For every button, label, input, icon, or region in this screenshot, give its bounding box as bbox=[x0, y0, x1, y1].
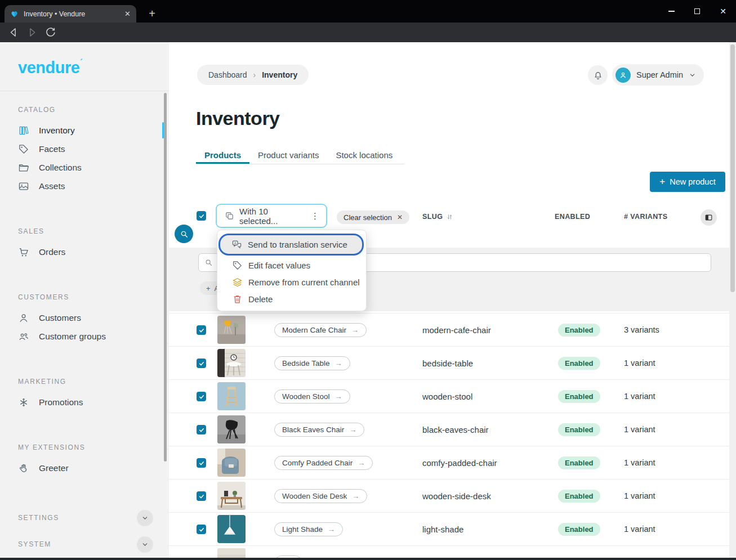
table-row[interactable]: Light Shade → light-shade Enabled 1 vari… bbox=[169, 513, 729, 546]
column-header-slug[interactable]: SLUG bbox=[422, 213, 453, 221]
menu-item-edit-facet-values[interactable]: Edit facet values bbox=[217, 257, 366, 274]
product-slug: comfy-padded-chair bbox=[422, 458, 497, 468]
variant-count: 1 variant bbox=[624, 359, 655, 368]
product-thumbnail[interactable] bbox=[217, 382, 246, 410]
sidebar-item-collections[interactable]: Collections bbox=[0, 158, 169, 177]
chevron-down-icon bbox=[689, 71, 696, 79]
product-thumbnail[interactable] bbox=[217, 449, 246, 477]
image-icon bbox=[18, 181, 29, 192]
tab-products[interactable]: Products bbox=[196, 146, 249, 164]
tab-bar: Products Product variants Stock location… bbox=[196, 146, 401, 164]
sidebar-item-customer-groups[interactable]: Customer groups bbox=[0, 327, 169, 346]
menu-item-send-to-translation[interactable]: A Send to translation service bbox=[220, 235, 362, 254]
row-checkbox[interactable] bbox=[197, 525, 206, 534]
row-checkbox[interactable] bbox=[197, 458, 206, 468]
scrollbar-thumb[interactable] bbox=[730, 44, 735, 292]
new-product-button[interactable]: + New product bbox=[650, 172, 725, 192]
back-button[interactable] bbox=[8, 26, 20, 38]
vendure-favicon-icon bbox=[10, 10, 19, 18]
kebab-menu-icon[interactable]: ⋮ bbox=[311, 211, 319, 221]
forward-button[interactable] bbox=[26, 26, 38, 38]
sidebar-item-orders[interactable]: Orders bbox=[0, 243, 169, 261]
row-checkbox[interactable] bbox=[197, 491, 206, 501]
product-slug: bedside-table bbox=[422, 359, 473, 368]
bulk-actions-menu: A Send to translation service Edit facet… bbox=[217, 230, 367, 311]
row-checkbox[interactable] bbox=[197, 392, 206, 401]
status-badge: Enabled bbox=[558, 456, 600, 469]
notifications-button[interactable] bbox=[588, 65, 608, 85]
product-thumbnail[interactable] bbox=[217, 415, 246, 443]
column-settings-button[interactable] bbox=[701, 209, 717, 226]
browser-tab[interactable]: Inventory • Vendure ✕ bbox=[5, 5, 136, 23]
window-maximize-button[interactable] bbox=[684, 0, 710, 23]
table-row[interactable]: Wooden Stool → wooden-stool Enabled 1 va… bbox=[169, 380, 729, 413]
plus-icon: + bbox=[659, 176, 665, 187]
chevron-down-icon[interactable] bbox=[137, 536, 153, 553]
sidebar-item-promotions[interactable]: Promotions bbox=[0, 393, 169, 411]
row-checkbox[interactable] bbox=[197, 325, 206, 335]
sidebar-item-inventory[interactable]: Inventory bbox=[0, 121, 169, 140]
with-selected-button[interactable]: With 10 selected... ⋮ bbox=[216, 204, 327, 228]
page-scrollbar[interactable] bbox=[729, 42, 736, 560]
menu-item-remove-from-channel[interactable]: Remove from current channel bbox=[217, 274, 366, 290]
window-minimize-button[interactable] bbox=[658, 0, 684, 23]
product-name-link[interactable]: Light Shade → bbox=[274, 522, 343, 536]
menu-item-delete[interactable]: Delete bbox=[217, 290, 366, 307]
sort-icon[interactable] bbox=[446, 213, 453, 221]
user-avatar bbox=[615, 68, 631, 83]
tab-stock-locations[interactable]: Stock locations bbox=[327, 146, 401, 164]
table-row[interactable]: Comfy Padded Chair → comfy-padded-chair … bbox=[169, 446, 729, 480]
copy-icon bbox=[225, 211, 234, 221]
sidebar-item-label: Inventory bbox=[39, 126, 75, 136]
breadcrumb[interactable]: Dashboard › Inventory bbox=[197, 65, 309, 85]
product-name: Modern Cafe Chair bbox=[282, 326, 346, 334]
section-label-marketing: MARKETING bbox=[0, 378, 169, 386]
product-name-link[interactable]: Bedside Table → bbox=[274, 356, 350, 370]
page-title: Inventory bbox=[196, 107, 280, 129]
product-thumbnail[interactable] bbox=[217, 515, 246, 543]
select-all-checkbox[interactable] bbox=[197, 211, 206, 221]
breadcrumb-dashboard[interactable]: Dashboard bbox=[208, 70, 247, 79]
product-name-link[interactable]: Wooden Stool → bbox=[274, 389, 350, 404]
row-checkbox[interactable] bbox=[197, 425, 206, 434]
table-row[interactable]: Black Eaves Chair → black-eaves-chair En… bbox=[169, 413, 729, 446]
new-tab-button[interactable]: + bbox=[144, 6, 160, 21]
product-name-link[interactable]: Black Eaves Chair → bbox=[274, 423, 364, 437]
sidebar-group-system[interactable]: SYSTEM bbox=[0, 536, 169, 553]
tab-close-icon[interactable]: ✕ bbox=[124, 10, 131, 18]
column-header-enabled: ENABLED bbox=[555, 213, 590, 221]
window-bottom-frame bbox=[0, 558, 736, 560]
table-row[interactable]: Bedside Table → bedside-table Enabled 1 … bbox=[169, 347, 729, 380]
row-checkbox[interactable] bbox=[197, 359, 206, 368]
product-name-link[interactable]: Wooden Side Desk → bbox=[274, 489, 367, 503]
sidebar-item-assets[interactable]: Assets bbox=[0, 177, 169, 195]
product-name: Light Shade bbox=[282, 525, 323, 534]
sidebar-item-customers[interactable]: Customers bbox=[0, 308, 169, 327]
product-thumbnail[interactable] bbox=[217, 316, 246, 344]
sidebar-scrollbar[interactable] bbox=[164, 93, 167, 462]
clear-selection-chip[interactable]: Clear selection ✕ bbox=[337, 210, 409, 224]
sidebar-item-facets[interactable]: Facets bbox=[0, 140, 169, 158]
window-close-button[interactable]: ✕ bbox=[710, 0, 736, 23]
translate-icon: A bbox=[231, 239, 242, 250]
product-name-link[interactable]: Comfy Padded Chair → bbox=[274, 456, 373, 470]
close-icon[interactable]: ✕ bbox=[397, 213, 403, 221]
tab-title: Inventory • Vendure bbox=[24, 10, 119, 18]
sidebar-group-settings[interactable]: SETTINGS bbox=[0, 509, 169, 526]
user-menu[interactable]: Super Admin bbox=[612, 64, 704, 86]
product-name-link[interactable]: Modern Cafe Chair → bbox=[274, 323, 367, 337]
reload-button[interactable] bbox=[44, 26, 56, 38]
arrow-right-icon: → bbox=[328, 525, 335, 534]
product-thumbnail[interactable] bbox=[217, 482, 246, 510]
variant-count: 1 variant bbox=[624, 458, 655, 467]
product-table-body: Modern Cafe Chair → modern-cafe-chair En… bbox=[169, 313, 729, 560]
section-label-my-extensions: MY EXTENSIONS bbox=[0, 443, 169, 451]
table-row[interactable]: Wooden Side Desk → wooden-side-desk Enab… bbox=[169, 480, 729, 513]
table-row[interactable]: Modern Cafe Chair → modern-cafe-chair En… bbox=[169, 313, 729, 347]
folder-icon bbox=[18, 162, 29, 173]
sidebar-item-greeter[interactable]: Greeter bbox=[0, 459, 169, 477]
tab-product-variants[interactable]: Product variants bbox=[249, 146, 327, 164]
search-fab-button[interactable] bbox=[175, 225, 193, 243]
product-thumbnail[interactable] bbox=[217, 349, 246, 377]
chevron-down-icon[interactable] bbox=[137, 510, 153, 526]
